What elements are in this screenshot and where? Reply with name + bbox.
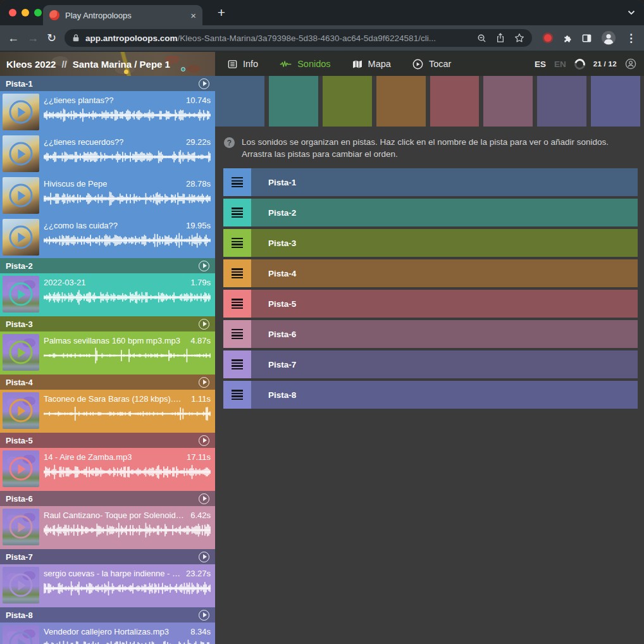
- drag-handle[interactable]: [223, 259, 251, 287]
- record-extension-icon[interactable]: [544, 34, 552, 42]
- track-row-bar[interactable]: Pista-6: [251, 320, 638, 348]
- sound-thumbnail[interactable]: [3, 135, 39, 172]
- track-row-bar[interactable]: Pista-3: [251, 229, 638, 257]
- track-color-swatch[interactable]: [483, 76, 533, 127]
- drag-handle[interactable]: [223, 229, 251, 257]
- sound-thumbnail[interactable]: [3, 509, 39, 545]
- tab-info[interactable]: Info: [228, 59, 258, 69]
- track-color-swatch[interactable]: [537, 76, 586, 127]
- sound-item[interactable]: Vendedor callejero Hortalizas.mp3 8.34s: [0, 622, 215, 644]
- track-play-button[interactable]: [199, 261, 209, 271]
- tab-tocar[interactable]: Tocar: [412, 59, 451, 70]
- track-row[interactable]: Pista-2: [223, 199, 638, 226]
- sound-play-icon[interactable]: [9, 226, 33, 249]
- drag-handle[interactable]: [223, 320, 251, 348]
- reload-button[interactable]: ↻: [47, 32, 56, 44]
- track-play-button[interactable]: [199, 552, 209, 562]
- track-header[interactable]: Pista-4: [0, 375, 215, 390]
- new-tab-button[interactable]: +: [213, 4, 230, 22]
- track-header[interactable]: Pista-1: [0, 76, 215, 91]
- sound-play-icon[interactable]: [9, 341, 33, 364]
- close-window-button[interactable]: [9, 9, 16, 16]
- sound-item[interactable]: sergio cuevas - la harpe indienne - 03 -…: [0, 564, 215, 607]
- track-row-bar[interactable]: Pista-8: [251, 381, 638, 409]
- track-color-swatch[interactable]: [430, 76, 480, 127]
- track-play-button[interactable]: [199, 319, 209, 330]
- track-header[interactable]: Pista-2: [0, 258, 215, 273]
- sound-thumbnail[interactable]: [3, 567, 39, 604]
- sound-play-icon[interactable]: [9, 399, 33, 423]
- track-play-button[interactable]: [199, 610, 209, 621]
- browser-tab[interactable]: Play Antropoloops ×: [43, 5, 202, 25]
- track-color-swatch[interactable]: [215, 76, 264, 127]
- sound-play-icon[interactable]: [9, 457, 33, 481]
- track-row[interactable]: Pista-7: [223, 350, 638, 378]
- sound-play-icon[interactable]: [9, 101, 33, 124]
- track-color-swatch[interactable]: [376, 76, 426, 127]
- sound-play-icon[interactable]: [9, 516, 33, 539]
- zoom-out-icon[interactable]: [477, 34, 486, 43]
- track-header[interactable]: Pista-8: [0, 607, 215, 622]
- profile-avatar[interactable]: [601, 30, 616, 46]
- track-play-button[interactable]: [199, 78, 209, 89]
- drag-handle[interactable]: [223, 381, 251, 409]
- sound-item[interactable]: Palmas sevillanas 160 bpm mp3.mp3 4.87s: [0, 331, 215, 375]
- zoom-window-button[interactable]: [34, 9, 42, 16]
- account-icon[interactable]: [625, 58, 636, 70]
- sound-item[interactable]: Raul Cantizano- Toque por Solenoide.mp3 …: [0, 506, 215, 549]
- sound-thumbnail[interactable]: [3, 392, 39, 429]
- drag-handle[interactable]: [223, 350, 251, 378]
- drag-handle[interactable]: [223, 290, 251, 318]
- sound-item[interactable]: ¿¿como las cuida?? 19.95s: [0, 216, 215, 258]
- sound-play-icon[interactable]: [9, 283, 33, 306]
- tab-close-icon[interactable]: ×: [190, 11, 196, 20]
- track-row-bar[interactable]: Pista-1: [251, 168, 638, 196]
- track-play-button[interactable]: [199, 493, 209, 504]
- drag-handle[interactable]: [223, 168, 251, 196]
- sound-item[interactable]: 14 - Aire de Zamba.mp3 17.11s: [0, 448, 215, 491]
- sound-thumbnail[interactable]: [3, 334, 39, 371]
- address-bar[interactable]: app.antropoloops.com/Kleos-Santa-Marina/…: [65, 29, 532, 47]
- drag-handle[interactable]: [223, 199, 251, 226]
- sound-item[interactable]: ¿¿tienes plantas?? 10.74s: [0, 91, 215, 133]
- lock-icon[interactable]: [72, 34, 80, 42]
- project-map-thumbnail[interactable]: Kleos 2022 // Santa Marina / Pepe 1: [0, 52, 215, 76]
- track-row[interactable]: Pista-3: [223, 229, 638, 257]
- sound-thumbnail[interactable]: [3, 94, 39, 130]
- extensions-puzzle-icon[interactable]: [563, 34, 573, 43]
- forward-button[interactable]: →: [27, 32, 39, 44]
- sound-thumbnail[interactable]: [3, 276, 39, 313]
- sound-play-icon[interactable]: [9, 142, 33, 166]
- sound-item[interactable]: Taconeo de Sara Baras (128 kbps).mp3 1.1…: [0, 390, 215, 433]
- track-play-button[interactable]: [199, 377, 209, 388]
- sound-item[interactable]: Hiviscus de Pepe 28.78s: [0, 175, 215, 216]
- track-row[interactable]: Pista-8: [223, 381, 638, 409]
- lang-en-button[interactable]: EN: [554, 59, 566, 69]
- sound-play-icon[interactable]: [9, 632, 33, 644]
- track-row-bar[interactable]: Pista-7: [251, 350, 638, 378]
- track-header[interactable]: Pista-6: [0, 491, 215, 506]
- track-row[interactable]: Pista-1: [223, 168, 638, 196]
- sound-play-icon[interactable]: [9, 184, 33, 207]
- track-play-button[interactable]: [199, 435, 209, 446]
- tab-mapa[interactable]: Mapa: [352, 59, 391, 69]
- track-row-bar[interactable]: Pista-2: [251, 199, 638, 226]
- sound-item[interactable]: 2022-03-21 1.79s: [0, 273, 215, 316]
- sound-play-icon[interactable]: [9, 574, 33, 597]
- back-button[interactable]: ←: [8, 32, 19, 44]
- track-row[interactable]: Pista-6: [223, 320, 638, 348]
- track-color-swatch[interactable]: [269, 76, 318, 127]
- track-row[interactable]: Pista-4: [223, 259, 638, 287]
- sound-item[interactable]: ¿¿tienes recuerdos?? 29.22s: [0, 133, 215, 175]
- side-panel-icon[interactable]: [582, 34, 591, 43]
- browser-menu-icon[interactable]: ⋮: [626, 32, 636, 45]
- tab-search-chevron-icon[interactable]: [628, 10, 635, 15]
- track-row-bar[interactable]: Pista-5: [251, 290, 638, 318]
- track-header[interactable]: Pista-3: [0, 316, 215, 331]
- tab-sonidos[interactable]: Sonidos: [280, 59, 330, 69]
- share-icon[interactable]: [496, 33, 505, 43]
- track-color-swatch[interactable]: [591, 76, 640, 127]
- bookmark-star-icon[interactable]: [514, 33, 524, 43]
- track-row-bar[interactable]: Pista-4: [251, 259, 638, 287]
- lang-es-button[interactable]: ES: [535, 59, 546, 69]
